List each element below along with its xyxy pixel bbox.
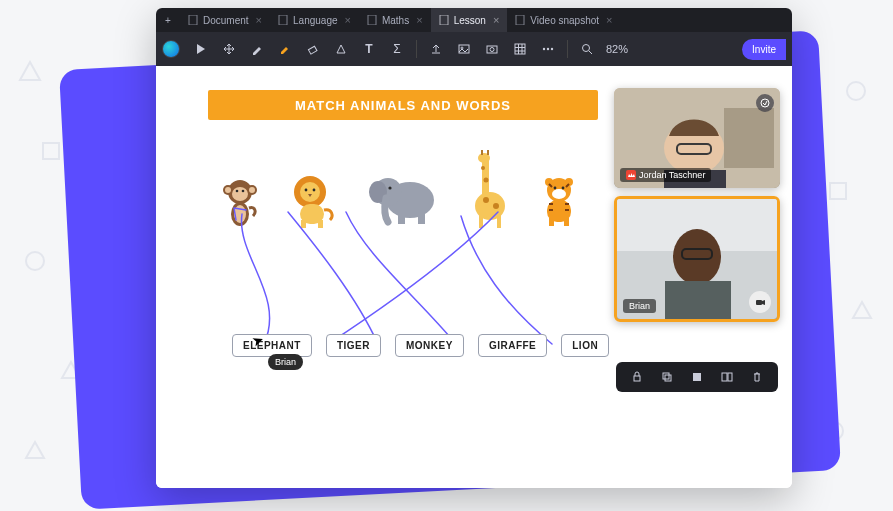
elephant-icon bbox=[368, 170, 440, 228]
video-guest[interactable]: Brian bbox=[614, 196, 780, 322]
svg-rect-52 bbox=[487, 150, 489, 155]
word-monkey[interactable]: MONKEY bbox=[395, 334, 464, 357]
svg-rect-86 bbox=[728, 373, 732, 381]
svg-rect-79 bbox=[665, 281, 731, 319]
svg-rect-10 bbox=[279, 15, 287, 25]
svg-rect-6 bbox=[830, 183, 846, 199]
text-tool[interactable]: T bbox=[356, 36, 382, 62]
tab-document[interactable]: Document × bbox=[180, 8, 270, 32]
user-avatar[interactable] bbox=[162, 40, 180, 58]
svg-point-56 bbox=[481, 166, 485, 170]
svg-rect-1 bbox=[43, 143, 59, 159]
animals-row bbox=[218, 150, 586, 228]
separator bbox=[416, 40, 417, 58]
svg-rect-15 bbox=[308, 46, 317, 54]
toolbar: T Σ 82% Invite bbox=[156, 32, 792, 66]
upload-tool[interactable] bbox=[423, 36, 449, 62]
svg-rect-85 bbox=[722, 373, 727, 381]
camera-tool[interactable] bbox=[479, 36, 505, 62]
svg-point-25 bbox=[583, 45, 590, 52]
svg-rect-70 bbox=[724, 108, 774, 168]
eraser-tool[interactable] bbox=[300, 36, 326, 62]
word-tiger[interactable]: TIGER bbox=[326, 334, 381, 357]
svg-rect-9 bbox=[189, 15, 197, 25]
highlighter-tool[interactable] bbox=[272, 36, 298, 62]
grid-tool[interactable] bbox=[507, 36, 533, 62]
animal-tiger[interactable] bbox=[532, 174, 586, 228]
shape-tool[interactable] bbox=[328, 36, 354, 62]
animal-elephant[interactable] bbox=[368, 170, 440, 228]
tabstrip: + Document × Language × Maths × Lesson ×… bbox=[156, 8, 792, 32]
word-elephant[interactable]: ELEPHANT bbox=[232, 334, 312, 357]
svg-rect-54 bbox=[479, 214, 483, 228]
svg-rect-12 bbox=[440, 15, 448, 25]
zoom-tool[interactable] bbox=[574, 36, 600, 62]
tab-language[interactable]: Language × bbox=[270, 8, 359, 32]
lion-icon bbox=[286, 174, 344, 228]
svg-point-30 bbox=[249, 187, 255, 193]
svg-point-63 bbox=[552, 189, 566, 199]
animal-monkey[interactable] bbox=[218, 174, 262, 228]
close-icon[interactable]: × bbox=[345, 14, 351, 26]
svg-point-59 bbox=[493, 203, 499, 209]
lock-button[interactable] bbox=[626, 366, 648, 388]
tab-label: Video snapshot bbox=[530, 15, 599, 26]
svg-rect-80 bbox=[756, 300, 762, 305]
zoom-level[interactable]: 82% bbox=[606, 43, 628, 55]
svg-rect-55 bbox=[497, 214, 501, 228]
svg-point-46 bbox=[388, 186, 391, 189]
lesson-title[interactable]: MATCH ANIMALS AND WORDS bbox=[208, 90, 598, 120]
svg-point-5 bbox=[847, 82, 865, 100]
svg-point-29 bbox=[225, 187, 231, 193]
new-tab-button[interactable]: + bbox=[156, 8, 180, 32]
camera-icon[interactable] bbox=[749, 291, 771, 313]
invite-button[interactable]: Invite bbox=[742, 39, 786, 60]
svg-point-20 bbox=[490, 48, 494, 52]
svg-point-77 bbox=[673, 229, 721, 285]
pen-tool[interactable] bbox=[244, 36, 270, 62]
video-host[interactable]: Jordan Taschner bbox=[614, 88, 780, 188]
options-tool[interactable] bbox=[535, 36, 561, 62]
tab-lesson[interactable]: Lesson × bbox=[431, 8, 508, 32]
tab-maths[interactable]: Maths × bbox=[359, 8, 431, 32]
svg-marker-16 bbox=[337, 45, 345, 53]
tab-label: Document bbox=[203, 15, 249, 26]
close-icon[interactable]: × bbox=[416, 14, 422, 26]
word-giraffe[interactable]: GIRAFFE bbox=[478, 334, 547, 357]
svg-rect-42 bbox=[318, 220, 323, 228]
tiger-icon bbox=[532, 174, 586, 228]
svg-point-35 bbox=[234, 205, 246, 223]
expand-icon[interactable] bbox=[756, 94, 774, 112]
layout-split-button[interactable] bbox=[716, 366, 738, 388]
svg-rect-11 bbox=[368, 15, 376, 25]
doc-icon bbox=[188, 15, 198, 25]
svg-marker-0 bbox=[20, 62, 40, 80]
close-icon[interactable]: × bbox=[493, 14, 499, 26]
image-tool[interactable] bbox=[451, 36, 477, 62]
svg-point-58 bbox=[483, 197, 489, 203]
svg-rect-48 bbox=[418, 210, 425, 224]
svg-marker-14 bbox=[197, 44, 205, 54]
tab-video-snapshot[interactable]: Video snapshot × bbox=[507, 8, 620, 32]
formula-tool[interactable]: Σ bbox=[384, 36, 410, 62]
move-tool[interactable] bbox=[216, 36, 242, 62]
animal-giraffe[interactable] bbox=[464, 150, 508, 228]
close-icon[interactable]: × bbox=[256, 14, 262, 26]
svg-point-31 bbox=[232, 187, 248, 201]
svg-point-24 bbox=[551, 48, 553, 50]
svg-rect-47 bbox=[398, 210, 405, 224]
copy-button[interactable] bbox=[656, 366, 678, 388]
svg-point-64 bbox=[554, 187, 557, 190]
monkey-icon bbox=[218, 174, 262, 228]
animal-lion[interactable] bbox=[286, 174, 344, 228]
word-lion[interactable]: LION bbox=[561, 334, 609, 357]
svg-rect-51 bbox=[481, 150, 483, 155]
pointer-tool[interactable] bbox=[188, 36, 214, 62]
layout-fill-button[interactable] bbox=[686, 366, 708, 388]
canvas[interactable]: MATCH ANIMALS AND WORDS bbox=[156, 66, 792, 488]
svg-point-22 bbox=[543, 48, 545, 50]
close-icon[interactable]: × bbox=[606, 14, 612, 26]
delete-button[interactable] bbox=[746, 366, 768, 388]
svg-rect-13 bbox=[516, 15, 524, 25]
svg-point-37 bbox=[300, 182, 320, 202]
